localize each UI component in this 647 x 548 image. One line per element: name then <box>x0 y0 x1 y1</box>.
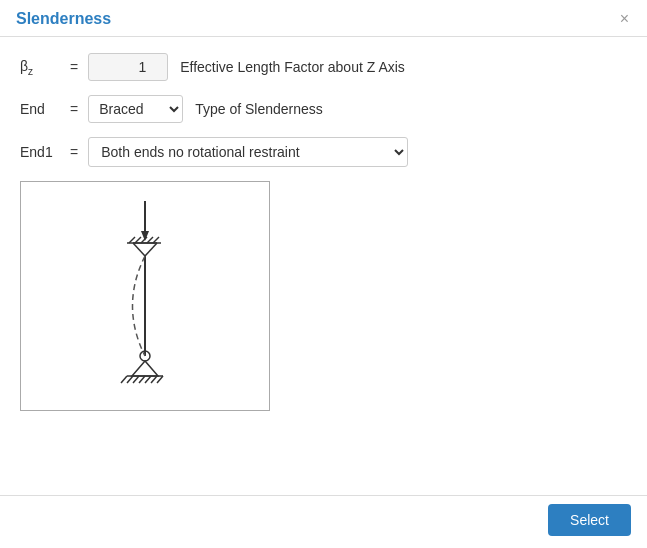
equals-sign: = <box>70 59 78 75</box>
svg-line-9 <box>153 237 159 243</box>
svg-line-16 <box>127 376 133 383</box>
dialog-header: Slenderness × <box>0 0 647 37</box>
diagram-container <box>20 181 270 411</box>
svg-line-21 <box>157 376 163 383</box>
select-button[interactable]: Select <box>548 504 631 536</box>
dialog-footer: Select <box>0 495 647 548</box>
svg-line-20 <box>151 376 157 383</box>
beta-desc: Effective Length Factor about Z Axis <box>180 59 405 75</box>
close-button[interactable]: × <box>618 11 631 27</box>
end-select[interactable]: Braced Unbraced <box>88 95 183 123</box>
svg-marker-13 <box>132 361 158 376</box>
svg-line-17 <box>133 376 139 383</box>
beta-value-input[interactable] <box>88 53 168 81</box>
end-desc: Type of Slenderness <box>195 101 323 117</box>
beta-row: βz = Effective Length Factor about Z Axi… <box>20 53 627 81</box>
equals-sign-2: = <box>70 101 78 117</box>
dialog-title: Slenderness <box>16 10 111 28</box>
svg-line-5 <box>129 237 135 243</box>
svg-line-15 <box>121 376 127 383</box>
svg-line-18 <box>139 376 145 383</box>
dialog-body: βz = Effective Length Factor about Z Axi… <box>0 37 647 495</box>
svg-line-4 <box>145 243 157 256</box>
svg-line-19 <box>145 376 151 383</box>
diagram-svg <box>35 191 255 401</box>
end1-label: End1 <box>20 144 60 160</box>
end-label: End <box>20 101 60 117</box>
end-row: End = Braced Unbraced Type of Slendernes… <box>20 95 627 123</box>
end1-select[interactable]: Both ends no rotational restraint One en… <box>88 137 408 167</box>
equals-sign-3: = <box>70 144 78 160</box>
svg-line-6 <box>135 237 141 243</box>
end1-row: End1 = Both ends no rotational restraint… <box>20 137 627 167</box>
slenderness-dialog: Slenderness × βz = Effective Length Fact… <box>0 0 647 548</box>
svg-line-8 <box>147 237 153 243</box>
beta-label: βz <box>20 58 60 77</box>
svg-line-3 <box>133 243 145 256</box>
beta-sub: z <box>28 65 33 76</box>
